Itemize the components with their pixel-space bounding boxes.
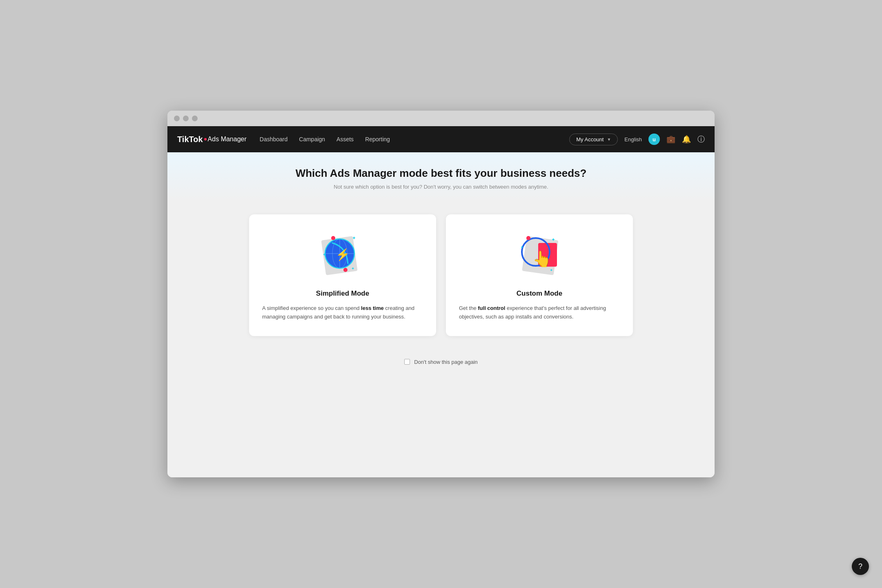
- nav-brand: TikTok Ads Manager: [177, 135, 247, 144]
- dont-show-row: Don't show this page again: [167, 349, 715, 372]
- simplified-svg-illustration: ⚡ ✦ ✦ ✦: [320, 231, 365, 276]
- custom-mode-title: Custom Mode: [517, 290, 562, 298]
- bell-icon[interactable]: 🔔: [682, 135, 691, 144]
- dont-show-checkbox[interactable]: [404, 359, 410, 365]
- svg-point-19: [526, 236, 530, 240]
- svg-text:✦: ✦: [352, 235, 356, 241]
- help-icon: ?: [858, 562, 862, 571]
- custom-mode-description: Get the full control experience that's p…: [459, 304, 620, 321]
- my-account-button[interactable]: My Account ▼: [569, 134, 618, 145]
- browser-dot-yellow: [183, 116, 189, 121]
- cards-container: ⚡ ✦ ✦ ✦ Simplified Mode A simplified exp…: [249, 214, 633, 336]
- floating-help-button[interactable]: ?: [852, 558, 869, 575]
- language-selector[interactable]: English: [624, 136, 642, 143]
- logo-ads-text: Ads Manager: [208, 136, 247, 143]
- svg-text:✦: ✦: [551, 237, 555, 243]
- dont-show-label[interactable]: Don't show this page again: [414, 359, 478, 365]
- nav-link-campaign[interactable]: Campaign: [299, 136, 325, 143]
- browser-titlebar: [167, 111, 715, 126]
- hero-subtitle: Not sure which option is best for you? D…: [177, 184, 705, 190]
- logo-tiktok-text: TikTok: [177, 135, 203, 144]
- browser-dot-red: [174, 116, 180, 121]
- hero-section: Which Ads Manager mode best fits your bu…: [167, 152, 715, 201]
- svg-text:✦: ✦: [323, 252, 326, 257]
- svg-text:✦: ✦: [351, 266, 354, 271]
- nav-link-dashboard[interactable]: Dashboard: [260, 136, 288, 143]
- nav-link-reporting[interactable]: Reporting: [365, 136, 390, 143]
- help-circle-icon[interactable]: ⓘ: [697, 134, 705, 144]
- nav-right: My Account ▼ English u 💼 🔔 ⓘ: [569, 134, 705, 145]
- simplified-mode-title: Simplified Mode: [316, 290, 369, 298]
- page-title: Which Ads Manager mode best fits your bu…: [177, 167, 705, 180]
- avatar[interactable]: u: [648, 134, 660, 145]
- svg-point-11: [343, 268, 347, 272]
- briefcase-icon[interactable]: 💼: [666, 135, 675, 144]
- browser-content: TikTok Ads Manager Dashboard Campaign As…: [167, 126, 715, 477]
- main-content: ⚡ ✦ ✦ ✦ Simplified Mode A simplified exp…: [167, 201, 715, 349]
- nav-link-assets[interactable]: Assets: [336, 136, 354, 143]
- custom-illustration: 👆 ✦ ✦ ✦: [459, 231, 620, 280]
- svg-text:👆: 👆: [532, 249, 552, 268]
- svg-point-10: [331, 236, 335, 240]
- tiktok-logo: TikTok Ads Manager: [177, 135, 247, 144]
- browser-window: TikTok Ads Manager Dashboard Campaign As…: [167, 111, 715, 477]
- navbar: TikTok Ads Manager Dashboard Campaign As…: [167, 126, 715, 152]
- browser-dot-green: [192, 116, 198, 121]
- custom-mode-card[interactable]: 👆 ✦ ✦ ✦ Custom Mode Get the full control…: [446, 214, 633, 336]
- svg-text:✦: ✦: [520, 245, 523, 249]
- my-account-label: My Account: [576, 136, 604, 143]
- logo-red-dot: [204, 138, 207, 140]
- simplified-mode-description: A simplified experience so you can spend…: [262, 304, 423, 321]
- simplified-illustration: ⚡ ✦ ✦ ✦: [262, 231, 423, 280]
- nav-links: Dashboard Campaign Assets Reporting: [260, 136, 556, 143]
- chevron-down-icon: ▼: [607, 137, 611, 142]
- custom-svg-illustration: 👆 ✦ ✦ ✦: [517, 231, 562, 276]
- svg-text:⚡: ⚡: [336, 248, 350, 261]
- svg-text:✦: ✦: [550, 268, 553, 272]
- simplified-mode-card[interactable]: ⚡ ✦ ✦ ✦ Simplified Mode A simplified exp…: [249, 214, 436, 336]
